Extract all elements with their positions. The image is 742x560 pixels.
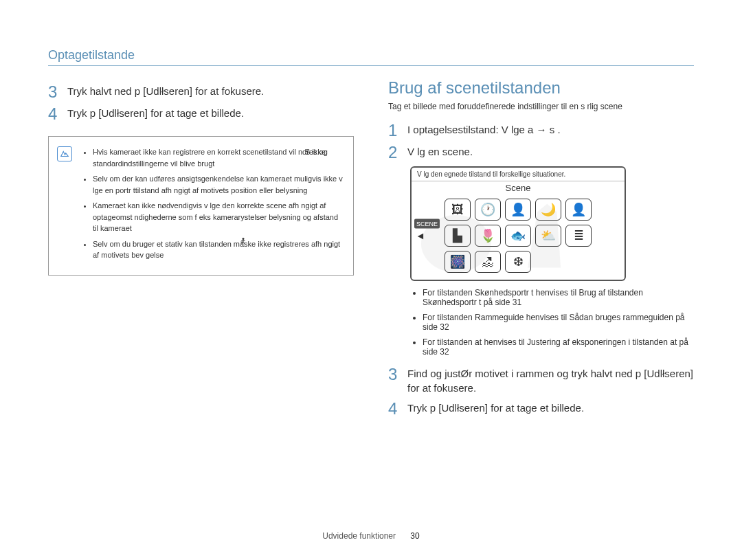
scene-mode-notes: For tilstanden Skønhedsportr t henvises … — [388, 288, 694, 357]
scene-icon-text: 🐟 — [505, 225, 531, 247]
tripod-person-icon — [239, 237, 247, 249]
note-item: Selv om der kan udføres ansigtsgenkendel… — [93, 173, 344, 196]
scene-side-nav: SCENE ◄ — [414, 219, 440, 240]
content-columns: 3 Tryk halvt ned p [Udlłseren] for at fo… — [48, 78, 694, 423]
left-step-3: 3 Tryk halvt ned p [Udlłseren] for at fo… — [48, 84, 354, 100]
right-step-2: 2 V lg en scene. — [388, 144, 694, 161]
right-step-3: 3 Find og justØr motivet i rammen og try… — [388, 366, 694, 395]
step-text: Tryk halvt ned p [Udlłseren] for at foku… — [67, 84, 264, 100]
step-text: I optagelsestilstand: V lge a → s . — [407, 122, 561, 139]
list-item: For tilstanden at henvises til Justering… — [423, 337, 694, 357]
page-number: 30 — [410, 531, 419, 541]
step-text: Tryk p [Udlłseren] for at tage et billed… — [407, 401, 584, 417]
scene-selector-screenshot: V lg den egnede tilstand til forskellige… — [410, 166, 626, 281]
scene-icon-backlight: 🎆 — [445, 251, 471, 273]
note-item: Selv om du bruger et stativ kan tilstand… — [93, 238, 344, 261]
scene-icon-beach-snow: ❆ — [505, 251, 531, 273]
left-column: 3 Tryk halvt ned p [Udlłseren] for at fo… — [48, 78, 354, 423]
scene-icon-sunset: ⛅ — [535, 225, 561, 247]
movie-mode-icon: SCENE — [414, 219, 440, 228]
step-number: 1 — [388, 122, 398, 139]
right-step-1: 1 I optagelsestilstand: V lge a → s . — [388, 122, 694, 139]
step-number: 4 — [388, 401, 398, 417]
footer-section: Udvidede funktioner — [322, 531, 396, 541]
note-s-label: S ikke — [305, 146, 326, 158]
svg-point-0 — [243, 238, 245, 240]
scene-icon-fireworks: 🏖 — [475, 251, 501, 273]
scene-icon-landscape: ▙ — [445, 225, 471, 247]
list-item: For tilstanden Rammeguide henvises til S… — [423, 313, 694, 332]
scene-title-label: Scene — [412, 181, 625, 196]
right-column: Brug af scenetilstanden Tag et billede m… — [388, 78, 694, 423]
scene-icon-frameguide: 🖼 — [445, 199, 471, 221]
list-item: For tilstanden Skønhedsportr t henvises … — [423, 288, 694, 307]
page-footer: Udvidede funktioner 30 — [0, 531, 742, 541]
step-number: 3 — [388, 366, 398, 395]
step-number: 2 — [388, 144, 398, 161]
section-title: Brug af scenetilstanden — [388, 78, 694, 98]
scene-icon-closeup: 🌷 — [475, 225, 501, 247]
right-step-4: 4 Tryk p [Udlłseren] for at tage et bill… — [388, 401, 694, 417]
scene-icon-portrait: 👤 — [505, 199, 531, 221]
note-item: Kameraet kan ikke nødvendigvis v lge den… — [93, 200, 344, 234]
step-text: V lg en scene. — [407, 144, 473, 161]
scene-icon-dawn: ≣ — [565, 225, 592, 247]
section-subtitle: Tag et billede med foruddefinerede indst… — [388, 102, 694, 111]
scene-header-text: V lg den egnede tilstand til forskellige… — [412, 168, 625, 181]
step-number: 4 — [48, 106, 58, 122]
page-section-header: Optagetilstande — [48, 48, 694, 66]
nav-left-icon: ◄ — [416, 230, 440, 240]
step-number: 3 — [48, 84, 58, 100]
note-box: S ikke Hvis kameraet ikke kan registrere… — [48, 136, 354, 276]
left-step-4: 4 Tryk p [Udlłseren] for at tage et bill… — [48, 106, 354, 122]
note-list: Hvis kameraet ikke kan registrere en kor… — [83, 146, 344, 261]
scene-icon-children: 👤 — [565, 199, 592, 221]
step-text: Find og justØr motivet i rammen og tryk … — [407, 366, 694, 395]
note-icon — [57, 146, 72, 161]
scene-icon-longshutter: 🕐 — [475, 199, 501, 221]
scene-icon-night: 🌙 — [535, 199, 561, 221]
scene-icon-grid: 🖼 🕐 👤 🌙 👤 ▙ 🌷 🐟 ⛅ ≣ 🎆 🏖 ❆ — [412, 196, 625, 280]
step-text: Tryk p [Udlłseren] for at tage et billed… — [67, 106, 244, 122]
